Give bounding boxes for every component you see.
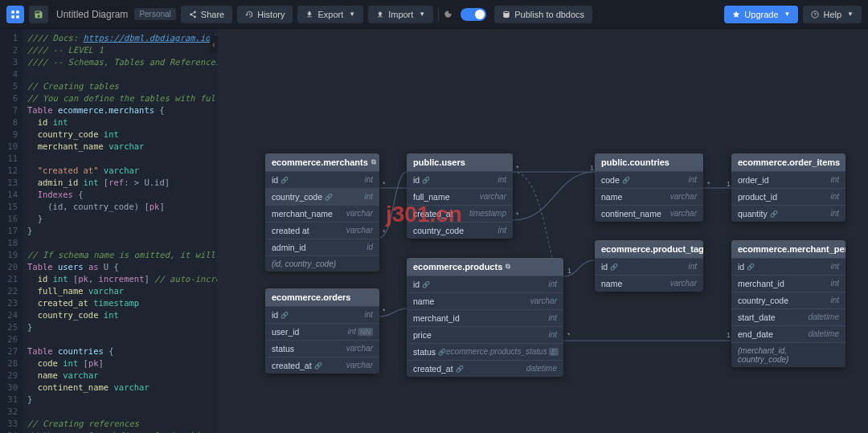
- chevron-down-icon: ▼: [349, 10, 355, 18]
- save-button[interactable]: [29, 6, 48, 23]
- help-button[interactable]: ? Help ▼: [803, 6, 862, 23]
- link-icon: 🔗: [747, 263, 755, 271]
- table-header[interactable]: ecommerce.merchant_periods: [731, 240, 845, 258]
- line-gutter: 1234567891011121314151617181920212223242…: [0, 29, 23, 433]
- export-icon: [305, 10, 313, 18]
- svg-text:1: 1: [727, 180, 731, 188]
- svg-text:*: *: [383, 307, 386, 315]
- export-label: Export: [317, 10, 343, 19]
- code-editor[interactable]: 1234567891011121314151617181920212223242…: [0, 29, 217, 433]
- table-column[interactable]: country_codeint: [407, 222, 513, 239]
- link-icon: 🔗: [456, 366, 464, 373]
- workspace-badge: Personal: [134, 8, 175, 20]
- link-icon: ⧉: [506, 263, 510, 271]
- link-icon: 🔗: [438, 349, 446, 356]
- table-index: (merchant_id, country_code): [731, 342, 845, 367]
- table-column[interactable]: admin_idid: [265, 239, 379, 255]
- table-column[interactable]: continent_namevarchar: [595, 205, 703, 222]
- table-column[interactable]: created atvarchar: [265, 222, 379, 239]
- table-column[interactable]: code 🔗int: [595, 171, 703, 188]
- publish-label: Publish to dbdocs: [514, 10, 584, 19]
- table-column[interactable]: quantity 🔗int: [731, 205, 845, 222]
- table-header[interactable]: ecommerce.orders: [265, 288, 379, 306]
- table-column[interactable]: country_codeint: [731, 292, 845, 308]
- diagram-title[interactable]: Untitled Diagram: [56, 9, 128, 20]
- code-content[interactable]: //// Docs: https://dbml.dbdiagram.io/doc…: [23, 29, 217, 433]
- table-header[interactable]: ecommerce.product_tags: [595, 240, 703, 258]
- table-column[interactable]: id 🔗int: [595, 258, 703, 275]
- publish-button[interactable]: Publish to dbdocs: [494, 6, 592, 23]
- table-column[interactable]: merchant_idint: [407, 309, 563, 326]
- theme-toggle[interactable]: [461, 8, 486, 21]
- table-order_items[interactable]: ecommerce.order_items order_idintproduct…: [731, 153, 845, 222]
- table-merchants[interactable]: ecommerce.merchants ⧉ id 🔗intcountry_cod…: [265, 153, 379, 272]
- link-icon: 🔗: [314, 362, 322, 370]
- divider: [438, 7, 439, 22]
- save-icon: [34, 10, 43, 19]
- table-countries[interactable]: public.countries code 🔗intnamevarcharcon…: [595, 153, 703, 222]
- link-icon: 🔗: [422, 281, 430, 288]
- chevron-down-icon: ▼: [419, 10, 425, 18]
- table-column[interactable]: namevarchar: [595, 188, 703, 205]
- chevron-down-icon: ▼: [784, 10, 791, 18]
- table-column[interactable]: full_namevarchar: [407, 188, 513, 205]
- chevron-down-icon: ▼: [847, 10, 854, 18]
- table-products[interactable]: ecommerce.products ⧉ id 🔗intnamevarcharm…: [407, 258, 563, 377]
- link-icon: 🔗: [422, 177, 430, 184]
- svg-text:1: 1: [567, 267, 571, 275]
- table-column[interactable]: product_idint: [731, 188, 845, 205]
- history-button[interactable]: History: [237, 6, 293, 23]
- table-header[interactable]: ecommerce.products ⧉: [407, 258, 563, 276]
- app-logo[interactable]: [6, 6, 24, 23]
- table-column[interactable]: user_idintNN: [265, 323, 379, 340]
- table-column[interactable]: id 🔗int: [265, 171, 379, 188]
- table-column[interactable]: id 🔗int: [407, 276, 563, 292]
- table-column[interactable]: end_datedatetime: [731, 325, 845, 342]
- import-button[interactable]: Import ▼: [368, 6, 433, 23]
- table-column[interactable]: created_at 🔗datetime: [407, 360, 563, 377]
- help-icon: ?: [811, 10, 819, 18]
- table-column[interactable]: id 🔗int: [731, 258, 845, 275]
- table-users[interactable]: public.users id 🔗intfull_namevarcharcrea…: [407, 153, 513, 239]
- table-column[interactable]: namevarchar: [595, 275, 703, 292]
- share-icon: [189, 10, 197, 18]
- table-column[interactable]: namevarchar: [407, 292, 563, 309]
- table-merchant_periods[interactable]: ecommerce.merchant_periods id 🔗intmercha…: [731, 240, 845, 367]
- table-column[interactable]: country_code 🔗int: [265, 188, 379, 205]
- upgrade-button[interactable]: Upgrade ▼: [724, 6, 798, 23]
- table-column[interactable]: created_at 🔗varchar: [265, 357, 379, 374]
- table-column[interactable]: merchant_namevarchar: [265, 205, 379, 222]
- table-orders[interactable]: ecommerce.orders id 🔗intuser_idintNNstat…: [265, 288, 379, 374]
- table-column[interactable]: id 🔗int: [407, 171, 513, 188]
- svg-text:*: *: [516, 210, 519, 219]
- table-column[interactable]: start_datedatetime: [731, 308, 845, 325]
- table-column[interactable]: statusvarchar: [265, 340, 379, 357]
- help-label: Help: [823, 10, 841, 19]
- svg-text:*: *: [567, 331, 571, 339]
- svg-text:1: 1: [727, 331, 731, 339]
- svg-text:*: *: [383, 228, 386, 236]
- table-column[interactable]: order_idint: [731, 171, 845, 188]
- table-header[interactable]: ecommerce.order_items: [731, 153, 845, 171]
- link-icon: 🔗: [770, 210, 778, 218]
- table-column[interactable]: created_attimestamp: [407, 205, 513, 222]
- table-column[interactable]: id 🔗int: [265, 306, 379, 323]
- table-index: (id, country_code): [265, 255, 379, 272]
- table-product_tags[interactable]: ecommerce.product_tags id 🔗intnamevarcha…: [595, 240, 703, 292]
- svg-text:*: *: [516, 164, 519, 172]
- moon-icon: [444, 10, 452, 18]
- table-header[interactable]: ecommerce.merchants ⧉: [265, 153, 379, 171]
- history-icon: [245, 10, 253, 18]
- table-header[interactable]: public.users: [407, 153, 513, 171]
- upgrade-label: Upgrade: [744, 10, 778, 19]
- collapse-editor-handle[interactable]: ‹: [210, 35, 218, 53]
- diagram-canvas[interactable]: ****1*11**1 ecommerce.merchants ⧉ id 🔗in…: [217, 29, 868, 433]
- share-label: Share: [201, 10, 224, 19]
- table-column[interactable]: priceint: [407, 326, 563, 343]
- table-header[interactable]: public.countries: [595, 153, 703, 171]
- share-button[interactable]: Share: [181, 6, 232, 23]
- export-button[interactable]: Export ▼: [297, 6, 363, 23]
- table-column[interactable]: status 🔗ecommerce.products_statusE: [407, 343, 563, 360]
- link-icon: 🔗: [280, 177, 289, 184]
- table-column[interactable]: merchant_idint: [731, 275, 845, 292]
